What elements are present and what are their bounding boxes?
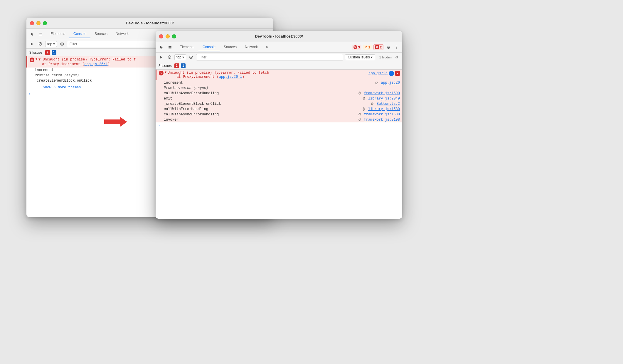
error-loc-link-2[interactable]: app.js:26:1	[219, 75, 242, 79]
context-label-1: top	[47, 42, 52, 46]
issues-label-1: 3 Issues:	[29, 50, 43, 55]
tab-elements-2[interactable]: Elements	[176, 43, 198, 51]
svg-rect-0	[39, 33, 42, 33]
filter-input-2[interactable]	[196, 54, 344, 60]
console-toolbar-2: top ▾ Custom levels ▾ 1 hidden ⚙	[156, 53, 402, 62]
maximize-button-2[interactable]	[172, 34, 176, 38]
stack-row-increment-2: increment @ app.js:26	[156, 80, 402, 85]
stack-link-increment-2[interactable]: app.js:26	[381, 81, 400, 85]
issues-label-2: 3 Issues:	[159, 64, 173, 68]
stack-link-library-1580[interactable]: library.js:1580	[368, 107, 400, 111]
close-button-1[interactable]	[30, 21, 34, 25]
error-icon-2: ✕	[159, 71, 164, 75]
stack-row-callwith-async-2: callWithAsyncErrorHandling @ framework.j…	[156, 112, 402, 117]
red-arrow	[104, 116, 128, 129]
tab-toolbar-2: Elements Console Sources Network » ✕ 3 ⚠…	[156, 42, 402, 53]
svg-rect-2	[39, 35, 42, 35]
block-button-2[interactable]	[166, 54, 173, 60]
tab-sources-1[interactable]: Sources	[90, 30, 112, 38]
layers-icon-2[interactable]	[166, 43, 174, 51]
dismiss-icon-2[interactable]: ✕	[395, 71, 400, 76]
show-more-link-1[interactable]: Show 5 more frames	[35, 85, 83, 90]
svg-point-14	[191, 57, 192, 58]
svg-marker-3	[31, 43, 33, 45]
svg-rect-9	[169, 47, 171, 48]
toolbar-right-2: ✕ 3 ⚠ 1 ✕ 2 ⚙ ⋮	[352, 44, 400, 50]
error-message-1: ▼ Uncaught (in promise) TypeError: Faile…	[38, 58, 136, 62]
chevron-icon-2: ▾	[182, 55, 184, 59]
download-icon-2[interactable]: ↓	[389, 71, 394, 76]
tab-console-1[interactable]: Console	[69, 30, 90, 38]
eye-button-2[interactable]	[188, 54, 194, 60]
cursor-icon-2[interactable]	[158, 43, 166, 51]
error-loc-link-1[interactable]: app.js:26:1	[84, 62, 107, 66]
stack-link-button-ts[interactable]: Button.ts:2	[377, 102, 400, 106]
tab-more-2[interactable]: »	[262, 43, 272, 51]
stack-link-framework-1588[interactable]: framework.js:1588	[364, 112, 400, 117]
context-label-2: top	[176, 55, 181, 59]
traffic-lights-2	[159, 34, 176, 38]
tab-sources-2[interactable]: Sources	[220, 43, 241, 51]
tab-list-1: Elements Console Sources Network	[46, 30, 133, 38]
eye-button-1[interactable]	[59, 41, 65, 47]
title-bar-1: DevTools - localhost:3000/	[26, 18, 273, 29]
stack-row-emit: emit @ library.js:2049	[156, 96, 402, 101]
console-prompt-2[interactable]: ›	[156, 122, 402, 129]
title-bar-2: DevTools - localhost:3000/	[156, 31, 402, 42]
stack-row-callwith-async-1: callWithAsyncErrorHandling @ framework.j…	[156, 91, 402, 96]
error-count-badge-2: ✕ 3	[352, 45, 361, 50]
custom-levels-dropdown-2[interactable]: Custom levels ▾	[345, 54, 375, 60]
block-button-1[interactable]	[37, 41, 43, 47]
svg-marker-11	[160, 56, 162, 59]
error-row-2: ✕ ▼ Uncaught (in promise) TypeError: Fai…	[156, 70, 402, 80]
action-icons-2: app.js:26 ↓ ✕	[368, 71, 400, 76]
tab-elements-1[interactable]: Elements	[46, 30, 69, 38]
stack-row-onclick-2: _createElementBlock.onClick @ Button.ts:…	[156, 101, 402, 107]
svg-rect-10	[169, 48, 171, 48]
info-badge-2: 1	[181, 63, 186, 68]
stack-row-callwith-error: callWithErrorHandling @ library.js:1580	[156, 107, 402, 112]
stack-row-invoker: invoker @ framework.js:8198	[156, 117, 402, 122]
stack-row-promise-2: Promise.catch (async)	[156, 85, 402, 91]
maximize-button-1[interactable]	[43, 21, 47, 25]
file-link-2[interactable]: app.js:26	[368, 71, 388, 75]
stack-link-framework-8198[interactable]: framework.js:8198	[364, 118, 400, 122]
play-button-2[interactable]	[158, 54, 164, 60]
layers-icon[interactable]	[37, 30, 45, 38]
filtered-badge-2: ✕ 2	[373, 44, 383, 50]
error-collapse-2[interactable]: ▼	[165, 71, 166, 74]
error-collapse-1[interactable]: ▼	[36, 58, 37, 61]
minimize-button-1[interactable]	[36, 21, 41, 25]
window-title-1: DevTools - localhost:3000/	[126, 21, 174, 25]
more-icon-2[interactable]: ⋮	[393, 44, 400, 50]
minimize-button-2[interactable]	[166, 34, 170, 38]
stack-link-library-2049[interactable]: library.js:2049	[368, 97, 400, 101]
info-badge-1: 1	[52, 50, 56, 55]
error-badge-1: 2	[45, 50, 50, 55]
hidden-label-2: 1 hidden	[379, 55, 392, 59]
cursor-icon[interactable]	[29, 30, 36, 38]
tab-console-2[interactable]: Console	[198, 43, 220, 51]
context-dropdown-2[interactable]: top ▾	[174, 54, 186, 60]
traffic-lights-1	[30, 21, 47, 25]
settings-console-icon-2[interactable]: ⚙	[393, 54, 400, 60]
console-content-2: ✕ ▼ Uncaught (in promise) TypeError: Fai…	[156, 70, 402, 219]
svg-rect-1	[39, 34, 42, 34]
play-button-1[interactable]	[29, 41, 35, 47]
error-location-2: at Proxy.increment (app.js:26:1)	[168, 75, 244, 79]
stack-link-framework-1590[interactable]: framework.js:1590	[364, 91, 400, 95]
close-button-2[interactable]	[159, 34, 163, 38]
svg-line-5	[39, 43, 41, 45]
error-header-2: ✕ ▼ Uncaught (in promise) TypeError: Fai…	[159, 71, 400, 79]
tab-list-2: Elements Console Sources Network »	[176, 43, 272, 51]
context-dropdown-1[interactable]: top ▾	[45, 41, 57, 47]
window-title-2: DevTools - localhost:3000/	[255, 34, 303, 38]
devtools-window-2: DevTools - localhost:3000/ Elements Cons…	[156, 31, 402, 219]
chevron-icon-1: ▾	[53, 42, 55, 46]
issues-bar-2: 3 Issues: 2 1	[156, 62, 402, 70]
tab-network-1[interactable]: Network	[112, 30, 133, 38]
settings-icon-2[interactable]: ⚙	[385, 44, 392, 50]
tab-network-2[interactable]: Network	[241, 43, 262, 51]
warning-count-badge-2: ⚠ 1	[363, 45, 372, 50]
error-badge-2: 2	[174, 63, 179, 68]
